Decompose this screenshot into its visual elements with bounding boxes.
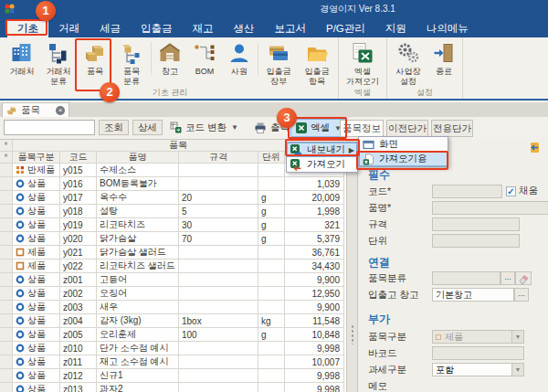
- panel-tab-1[interactable]: 이전단가: [386, 120, 428, 137]
- table-row[interactable]: 상품 y018 설탕 5 g 1,998: [0, 205, 346, 218]
- category-browse-button[interactable]: ...: [501, 271, 515, 285]
- category-clear-button[interactable]: [515, 271, 532, 285]
- ribbon-button-warehouse[interactable]: 창고: [153, 38, 187, 77]
- column-header-category[interactable]: 품목구분: [13, 152, 60, 164]
- table-row[interactable]: 상품 z002 오징어 12,950: [0, 287, 346, 301]
- field-name: 품명*: [368, 201, 543, 215]
- ribbon-group-label: 기초 관리: [2, 87, 338, 99]
- annotation-step-3: 3: [277, 108, 297, 128]
- boxes-icon: [6, 105, 17, 116]
- table-row[interactable]: 상품 z010 단가 소수점 예시 9,998: [0, 342, 346, 355]
- document-tab-items[interactable]: 품목 ×: [2, 102, 69, 117]
- spec-input[interactable]: [432, 217, 520, 231]
- table-row[interactable]: 상품 z005 오리훈제 100 g 10,848: [0, 328, 346, 342]
- barcode-input[interactable]: [432, 346, 524, 360]
- ribbon-button-item-class[interactable]: 품목 분류: [113, 38, 150, 86]
- section-heading-link: 연결: [368, 255, 390, 270]
- goods-icon: [16, 289, 25, 298]
- menubar-tab-3[interactable]: 입출금: [131, 20, 183, 37]
- code-convert-button[interactable]: 코드 변환 ▼: [170, 120, 238, 135]
- menubar-tab-8[interactable]: 지원: [375, 20, 416, 37]
- submenu-item-screen[interactable]: 화면: [359, 137, 448, 152]
- panel-tab-2[interactable]: 전용단가: [431, 120, 473, 137]
- menubar-tab-1[interactable]: 거래: [48, 20, 90, 37]
- category-input[interactable]: [432, 271, 501, 285]
- ribbon-group-2: 사업장 설정 종료 설정: [387, 37, 463, 99]
- chevron-down-icon: ▼: [511, 331, 523, 343]
- table-row[interactable]: 상품 z013 과자2 9,998: [0, 383, 346, 392]
- ribbon-button-partner-class[interactable]: 거래처 분류: [40, 38, 77, 86]
- menubar-tab-2[interactable]: 세금: [90, 20, 131, 37]
- field-spec: 규격: [368, 217, 543, 231]
- item-detail-panel: 필수 코드* ✓ 채움 품명* 규격 단위 연결: [358, 139, 548, 392]
- table-row[interactable]: 상품 z004 감자 (3kg) 1box kg 11,548: [0, 314, 346, 328]
- chevron-down-icon: ▼: [511, 364, 523, 376]
- checkbox-check-icon: ✓: [506, 186, 516, 196]
- ribbon-button-workplace-settings[interactable]: 사업장 설정: [389, 38, 427, 86]
- table-row[interactable]: 상품 y020 닭가슴살 70 g 5,379: [0, 232, 346, 246]
- ribbon-button-bom[interactable]: BOM: [187, 38, 222, 77]
- product-icon: [16, 261, 25, 270]
- menubar-tab-6[interactable]: 보고서: [265, 20, 317, 37]
- panel-splitter[interactable]: [346, 139, 358, 392]
- menubar-tab-4[interactable]: 재고: [183, 20, 224, 37]
- excel-import2-icon: [290, 159, 302, 171]
- ribbon-button-cash-items[interactable]: 입출금 항목: [298, 38, 336, 86]
- lookup-button[interactable]: 조회: [99, 120, 129, 135]
- search-input[interactable]: [4, 120, 95, 135]
- itemtype-select[interactable]: 제품 ▼: [432, 330, 524, 344]
- fill-checkbox[interactable]: ✓ 채움: [506, 185, 538, 197]
- goods-icon: [16, 357, 25, 366]
- warehouse-icon: [158, 41, 182, 65]
- table-row[interactable]: 상품 z011 재고 소수점 예시 10,007: [0, 355, 346, 369]
- ribbon-button-cash-book[interactable]: 입출금 장부: [259, 38, 298, 86]
- column-header-spec[interactable]: 규격: [179, 152, 258, 164]
- menu-item-import[interactable]: 가져오기: [287, 157, 357, 172]
- menubar: 기초거래세금입출금재고생산보고서P/G관리지원나의메뉴: [0, 16, 548, 37]
- goods-icon: [16, 220, 25, 229]
- annotation-step-1: 1: [36, 1, 56, 21]
- field-tax: 과세구분 포함 ▼: [368, 363, 543, 376]
- column-header-unit[interactable]: 단위: [258, 152, 285, 164]
- column-header-name[interactable]: 품명: [97, 152, 179, 164]
- table-row[interactable]: 상품 y016 BOM등록불가 1,039: [0, 177, 346, 191]
- table-row[interactable]: 상품 z012 신규1 9,998: [0, 369, 346, 383]
- ribbon-button-employee[interactable]: 사원: [222, 38, 257, 77]
- tax-select[interactable]: 포함 ▼: [432, 363, 524, 376]
- items-grid: * 품목 * 품목구분 코드 품명 규격 단위 반제품 y015 수제소스 상품…: [0, 139, 346, 392]
- unit-input[interactable]: [432, 234, 520, 248]
- ribbon-button-excel-import[interactable]: 엑셀 가져오기: [341, 38, 385, 86]
- goods-icon: [16, 275, 25, 284]
- code-input[interactable]: [432, 185, 502, 198]
- toolbar: 조회 상세 코드 변환 ▼ 출력 엑셀 ▼ 품목정보이전단가전용단가: [0, 117, 548, 139]
- warehouse-browse-button[interactable]: ...: [514, 288, 529, 302]
- name-input[interactable]: [432, 201, 548, 215]
- collapse-panel-icon[interactable]: [529, 141, 541, 153]
- folder-icon: [305, 41, 329, 65]
- menubar-tab-7[interactable]: P/G관리: [316, 20, 375, 37]
- menubar-tab-5[interactable]: 생산: [224, 20, 265, 37]
- table-row[interactable]: 상품 z001 고등어 9,900: [0, 273, 346, 287]
- warehouse-input[interactable]: 기본창고: [432, 288, 514, 302]
- building-icon: [10, 41, 34, 65]
- table-row[interactable]: 상품 y019 리코타치즈 30 g 321: [0, 218, 346, 232]
- ribbon-button-exit[interactable]: 종료: [427, 38, 460, 77]
- table-row[interactable]: 상품 z003 새우 9,900: [0, 301, 346, 314]
- ribbon-button-partner[interactable]: 거래처: [4, 38, 40, 77]
- table-row[interactable]: 제품 y021 닭가슴살 샐러드 36,761: [0, 246, 346, 260]
- ribbon-group-0: 거래처 거래처 분류 품목 품목 분류 창고 BOM 사원 입출금 장부 입출금…: [2, 37, 339, 99]
- field-warehouse: 입출고 창고 기본창고 ...: [368, 288, 543, 302]
- eraser-icon: [518, 277, 530, 286]
- detail-button[interactable]: 상세: [132, 120, 163, 135]
- menubar-tab-9[interactable]: 나의메뉴: [416, 20, 479, 37]
- tree-icon: [47, 41, 70, 65]
- ribbon-group-1: 엑셀 가져오기 엑셀: [339, 37, 387, 99]
- goods-icon: [16, 207, 25, 216]
- splitter-grip-icon: [351, 324, 354, 344]
- close-tab-icon[interactable]: ×: [56, 106, 65, 115]
- annotation-rect-export: [285, 139, 360, 156]
- table-row[interactable]: 제품 y022 리코타치즈 샐러드 34,430: [0, 260, 346, 273]
- column-header-code[interactable]: 코드: [60, 152, 97, 164]
- table-row[interactable]: 상품 y017 옥수수 20 g 20,009: [0, 191, 346, 205]
- goods-icon: [16, 344, 25, 353]
